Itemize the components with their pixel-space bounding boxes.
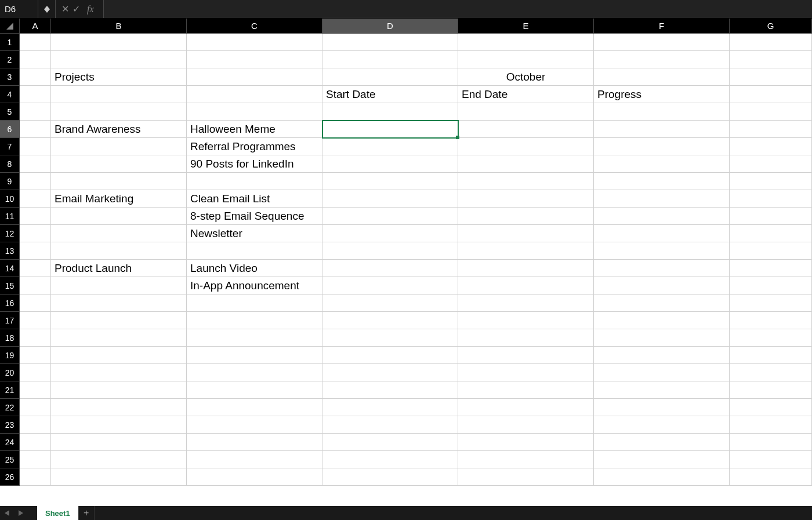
cell-F1[interactable] <box>594 34 730 51</box>
row-header-9[interactable]: 9 <box>0 173 20 190</box>
cell-G6[interactable] <box>730 121 812 138</box>
cell-A9[interactable] <box>20 173 51 190</box>
cell-B15[interactable] <box>51 277 187 294</box>
cell-G17[interactable] <box>730 312 812 329</box>
cell-A11[interactable] <box>20 208 51 225</box>
cell-G10[interactable] <box>730 190 812 208</box>
cell-E15[interactable] <box>458 277 594 294</box>
cell-E13[interactable] <box>458 242 594 260</box>
cell-D13[interactable] <box>322 242 458 260</box>
cell-A4[interactable] <box>20 86 51 103</box>
cell-B23[interactable] <box>51 416 187 434</box>
cell-D1[interactable] <box>322 34 458 51</box>
cell-C2[interactable] <box>187 51 322 68</box>
cell-C3[interactable] <box>187 68 322 86</box>
cell-C20[interactable] <box>187 364 322 381</box>
name-box[interactable]: D6 <box>0 0 38 18</box>
cell-F9[interactable] <box>594 173 730 190</box>
cell-D25[interactable] <box>322 451 458 468</box>
column-header-E[interactable]: E <box>458 19 594 34</box>
cell-E2[interactable] <box>458 51 594 68</box>
cell-B20[interactable] <box>51 364 187 381</box>
cell-E16[interactable] <box>458 294 594 312</box>
cell-A16[interactable] <box>20 294 51 312</box>
cell-F6[interactable] <box>594 121 730 138</box>
cell-E11[interactable] <box>458 208 594 225</box>
cell-D15[interactable] <box>322 277 458 294</box>
row-header-5[interactable]: 5 <box>0 103 20 121</box>
cell-B9[interactable] <box>51 173 187 190</box>
cell-C26[interactable] <box>187 468 322 486</box>
cell-A25[interactable] <box>20 451 51 468</box>
cell-C14[interactable]: Launch Video <box>187 260 322 277</box>
cell-B17[interactable] <box>51 312 187 329</box>
cell-F7[interactable] <box>594 138 730 155</box>
cell-D2[interactable] <box>322 51 458 68</box>
cell-E24[interactable] <box>458 434 594 451</box>
cell-A24[interactable] <box>20 434 51 451</box>
row-header-24[interactable]: 24 <box>0 434 20 451</box>
column-header-C[interactable]: C <box>187 19 322 34</box>
cell-G21[interactable] <box>730 381 812 399</box>
cell-A10[interactable] <box>20 190 51 208</box>
cell-A12[interactable] <box>20 225 51 242</box>
row-header-1[interactable]: 1 <box>0 34 20 51</box>
cell-C22[interactable] <box>187 399 322 416</box>
cell-F15[interactable] <box>594 277 730 294</box>
cell-A7[interactable] <box>20 138 51 155</box>
cell-E21[interactable] <box>458 381 594 399</box>
cell-B11[interactable] <box>51 208 187 225</box>
cell-C24[interactable] <box>187 434 322 451</box>
row-header-11[interactable]: 11 <box>0 208 20 225</box>
cell-A18[interactable] <box>20 329 51 347</box>
cell-E17[interactable] <box>458 312 594 329</box>
cell-C5[interactable] <box>187 103 322 121</box>
cell-D10[interactable] <box>322 190 458 208</box>
row-header-10[interactable]: 10 <box>0 190 20 208</box>
cell-B3[interactable]: Projects <box>51 68 187 86</box>
cell-C19[interactable] <box>187 347 322 364</box>
cell-F2[interactable] <box>594 51 730 68</box>
cell-B18[interactable] <box>51 329 187 347</box>
cell-G15[interactable] <box>730 277 812 294</box>
cell-A8[interactable] <box>20 155 51 173</box>
cell-B14[interactable]: Product Launch <box>51 260 187 277</box>
cell-B10[interactable]: Email Marketing <box>51 190 187 208</box>
cell-A3[interactable] <box>20 68 51 86</box>
cell-A17[interactable] <box>20 312 51 329</box>
cell-G19[interactable] <box>730 347 812 364</box>
cell-G16[interactable] <box>730 294 812 312</box>
cell-B16[interactable] <box>51 294 187 312</box>
cell-C6[interactable]: Halloween Meme <box>187 121 322 138</box>
cell-E4[interactable]: End Date <box>458 86 594 103</box>
cell-D23[interactable] <box>322 416 458 434</box>
cell-F16[interactable] <box>594 294 730 312</box>
cell-D9[interactable] <box>322 173 458 190</box>
cell-F26[interactable] <box>594 468 730 486</box>
cell-F22[interactable] <box>594 399 730 416</box>
cell-F25[interactable] <box>594 451 730 468</box>
cell-D26[interactable] <box>322 468 458 486</box>
cancel-icon[interactable]: ✕ <box>61 3 69 14</box>
cell-E7[interactable] <box>458 138 594 155</box>
cell-E26[interactable] <box>458 468 594 486</box>
cell-B7[interactable] <box>51 138 187 155</box>
cell-A5[interactable] <box>20 103 51 121</box>
cell-C7[interactable]: Referral Programmes <box>187 138 322 155</box>
cell-C4[interactable] <box>187 86 322 103</box>
cell-F14[interactable] <box>594 260 730 277</box>
cell-D5[interactable] <box>322 103 458 121</box>
cell-E19[interactable] <box>458 347 594 364</box>
cell-G20[interactable] <box>730 364 812 381</box>
cell-D24[interactable] <box>322 434 458 451</box>
cell-F5[interactable] <box>594 103 730 121</box>
cell-E18[interactable] <box>458 329 594 347</box>
cell-F21[interactable] <box>594 381 730 399</box>
cell-A14[interactable] <box>20 260 51 277</box>
cell-F13[interactable] <box>594 242 730 260</box>
cell-F18[interactable] <box>594 329 730 347</box>
row-header-15[interactable]: 15 <box>0 277 20 294</box>
accept-icon[interactable]: ✓ <box>72 3 80 14</box>
cell-F19[interactable] <box>594 347 730 364</box>
row-header-7[interactable]: 7 <box>0 138 20 155</box>
